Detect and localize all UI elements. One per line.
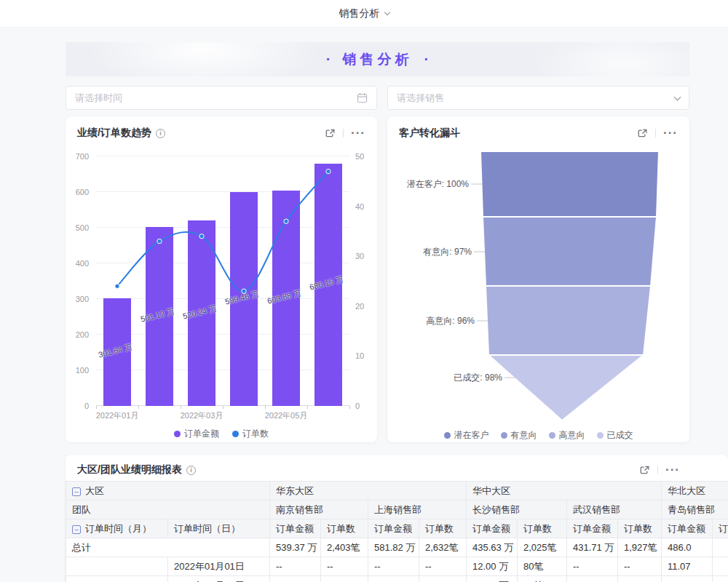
time-filter-input[interactable]: 请选择时间 bbox=[66, 86, 377, 110]
collapse-icon[interactable]: − bbox=[72, 487, 81, 496]
legend-dot bbox=[501, 432, 507, 439]
table-cell: -- bbox=[321, 557, 368, 576]
table-cell: 总计 bbox=[66, 538, 270, 557]
card-title-text: 业绩/订单数趋势 bbox=[77, 127, 151, 140]
cell-value: 2,632笔 bbox=[425, 542, 459, 553]
cell-value: -- bbox=[374, 561, 381, 572]
y-tick-label: 20 bbox=[355, 302, 364, 311]
export-icon[interactable] bbox=[637, 128, 648, 139]
header-cell: 订单数 bbox=[419, 519, 467, 538]
x-axis-tick bbox=[96, 406, 97, 409]
header-cell-label: 订单金额 bbox=[573, 523, 611, 534]
table-cell: 90笔 bbox=[518, 576, 567, 582]
legend-label: 订单数 bbox=[242, 428, 269, 440]
table-header-row: −大区华东大区华中大区华北大区 bbox=[66, 482, 728, 501]
card-icons: ··· bbox=[639, 465, 680, 476]
sales-filter-placeholder: 请选择销售 bbox=[397, 92, 444, 105]
header-cell: 订单数 bbox=[618, 519, 662, 538]
header-cell: 订单数 bbox=[713, 519, 728, 538]
legend-item[interactable]: 有意向 bbox=[501, 429, 537, 442]
legend-item[interactable]: 已成交 bbox=[597, 429, 633, 442]
legend-label: 已成交 bbox=[607, 429, 633, 442]
cell-value: 90笔 bbox=[523, 580, 543, 582]
legend-label: 高意向 bbox=[559, 429, 585, 442]
table-cell: 431.71 万 bbox=[567, 538, 618, 557]
table-card: 大区/团队业绩明细报表 ··· −大区华东大区华中大区华北大区团队南京销售部上海… bbox=[66, 455, 728, 582]
table-cell: 2,025笔 bbox=[518, 538, 567, 557]
cell-value: 23.05 万 bbox=[472, 580, 508, 582]
cell-value: 435.63 万 bbox=[472, 542, 513, 553]
cell-value: -- bbox=[425, 561, 432, 572]
card-header: 客户转化漏斗 ··· bbox=[387, 116, 689, 140]
header-cell-label: 订单数 bbox=[719, 523, 728, 534]
legend-item[interactable]: 潜在客户 bbox=[444, 429, 489, 442]
header-cell-label: 华北大区 bbox=[668, 485, 705, 496]
header-cell-label: 上海销售部 bbox=[374, 504, 422, 515]
page-switcher[interactable]: 销售分析 bbox=[339, 7, 389, 20]
legend-label: 有意向 bbox=[511, 429, 537, 442]
y-tick-label: 30 bbox=[355, 252, 364, 260]
legend-item-order-count[interactable]: 订单数 bbox=[232, 428, 269, 440]
trend-x-axis: 2022年01月2022年03月2022年05月 bbox=[66, 410, 377, 422]
cell-value: 11.07 bbox=[668, 561, 691, 572]
legend-item-order-amount[interactable]: 订单金额 bbox=[174, 428, 219, 440]
y-tick-label: 400 bbox=[76, 259, 89, 268]
table-cell: 2,403笔 bbox=[321, 538, 368, 557]
cell-value: 80笔 bbox=[523, 561, 543, 572]
table-cell: 539.37 万 bbox=[270, 538, 321, 557]
page-title: 销售分析 bbox=[339, 7, 380, 20]
funnel-chart-card: 客户转化漏斗 ··· 潜在客户: 100%有意向: 97%高意向: 96%已成交… bbox=[387, 116, 689, 442]
header-cell-label: 订单数 bbox=[624, 523, 652, 534]
card-title: 大区/团队业绩明细报表 bbox=[77, 463, 196, 477]
x-tick-label: 2022年05月 bbox=[265, 410, 308, 421]
table-cell: -- bbox=[368, 576, 419, 582]
y-tick-label: 0 bbox=[84, 402, 89, 410]
header-cell: 订单数 bbox=[518, 519, 567, 538]
cell-value: 2,025笔 bbox=[523, 542, 557, 553]
cell-value: 1,927笔 bbox=[624, 542, 657, 553]
legend-item[interactable]: 高意向 bbox=[549, 429, 585, 442]
table-row: 2022年01月02日--------23.05 万90笔---- bbox=[66, 576, 728, 582]
export-icon[interactable] bbox=[325, 128, 336, 139]
table-cell: 1,927笔 bbox=[618, 538, 662, 557]
card-header: 业绩/订单数趋势 ··· bbox=[66, 116, 377, 140]
cell-value: 12.00 万 bbox=[472, 561, 508, 572]
export-icon[interactable] bbox=[639, 465, 650, 476]
table-cell bbox=[662, 576, 713, 582]
x-axis-tick bbox=[181, 406, 181, 409]
table-cell: -- bbox=[567, 557, 618, 576]
info-icon bbox=[156, 129, 165, 138]
table-cell bbox=[66, 557, 168, 576]
info-icon bbox=[186, 466, 196, 475]
more-icon[interactable]: ··· bbox=[665, 467, 680, 473]
svg-text:高意向: 96%: 高意向: 96% bbox=[426, 316, 475, 326]
cell-value: 539.37 万 bbox=[276, 542, 317, 553]
cell-value: -- bbox=[573, 561, 579, 572]
more-icon[interactable]: ··· bbox=[663, 130, 678, 136]
cell-value: 431.71 万 bbox=[573, 542, 614, 553]
legend-dot bbox=[232, 431, 239, 437]
header-cell-label: 订单金额 bbox=[472, 523, 510, 534]
more-icon[interactable]: ··· bbox=[351, 130, 365, 136]
table-cell: -- bbox=[270, 557, 321, 576]
table-total-row: 总计539.37 万2,403笔581.82 万2,632笔435.63 万2,… bbox=[66, 538, 728, 557]
calendar-icon bbox=[357, 92, 368, 103]
funnel-chart: 潜在客户: 100%有意向: 97%高意向: 96%已成交: 98% bbox=[387, 143, 689, 435]
sales-filter-select[interactable]: 请选择销售 bbox=[387, 86, 689, 110]
table-cell: 486.0 bbox=[662, 538, 713, 557]
y-tick-label: 500 bbox=[76, 223, 89, 232]
table-cell bbox=[713, 538, 728, 557]
legend-label: 订单金额 bbox=[184, 428, 219, 440]
funnel-legend: 潜在客户有意向高意向已成交 bbox=[387, 429, 689, 442]
table-row: 2022年01月01日--------12.00 万80笔----11.07 bbox=[66, 557, 728, 576]
y-tick-label: 100 bbox=[76, 366, 89, 375]
table-cell bbox=[66, 576, 168, 582]
collapse-icon[interactable]: − bbox=[72, 525, 81, 534]
table-cell: -- bbox=[419, 557, 467, 576]
header-cell-label: 订单金额 bbox=[374, 523, 412, 534]
legend-label: 潜在客户 bbox=[454, 429, 489, 442]
y-tick-label: 0 bbox=[355, 402, 360, 410]
card-icons: ··· bbox=[637, 128, 678, 139]
divider bbox=[657, 466, 658, 474]
table-cell: 80笔 bbox=[518, 557, 567, 576]
